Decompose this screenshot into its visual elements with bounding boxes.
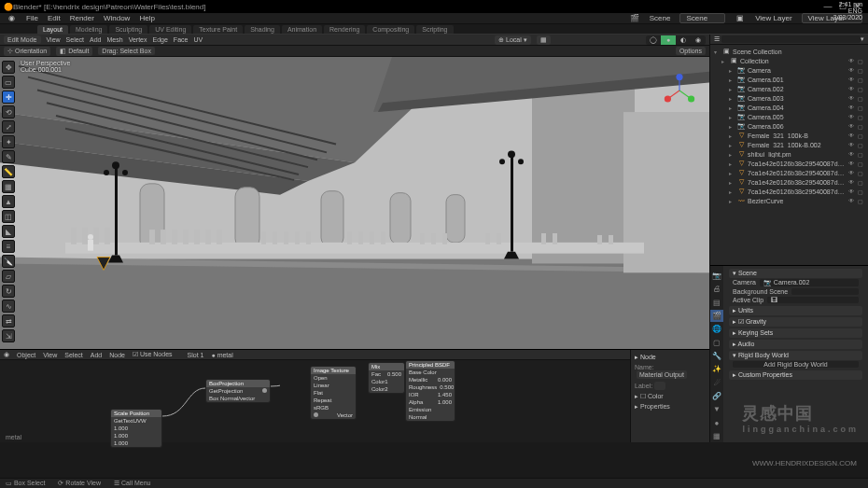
tool-polybuild[interactable]: ▱ [2, 270, 15, 283]
active-clip-field[interactable]: 🎞 [767, 297, 859, 303]
vpmenu-edge[interactable]: Edge [153, 36, 168, 43]
outliner-item-11[interactable]: ▸▽7ca1e42e0126b38c29540087dc1771cfr.R👁▢ [714, 159, 864, 168]
outliner-item-1[interactable]: ▸📷Camera👁▢ [714, 65, 864, 75]
add-rbw-button[interactable]: Add Rigid Body World [733, 361, 859, 368]
vpmenu-vertex[interactable]: Vertex [129, 36, 147, 43]
orientation-dropdown[interactable]: ⊹ Orientation [4, 47, 50, 56]
tab-rendering[interactable]: Rendering [324, 25, 365, 34]
outliner-item-13[interactable]: ▸▽7ca1e42e0126b38c29540087dc1771cfr.R.00… [714, 177, 864, 187]
scene-dropdown[interactable]: Scene [679, 13, 725, 23]
tool-transform[interactable]: ✦ [2, 135, 15, 148]
proptab-output-icon[interactable]: 🖨 [710, 283, 723, 295]
tab-scripting[interactable]: Scripting [416, 25, 453, 34]
node-principled[interactable]: Principled BSDF Base Color Metallic0.000… [405, 360, 455, 422]
tab-shading[interactable]: Shading [245, 25, 280, 34]
outliner[interactable]: ☰ ▾ ▾▣Scene Collection▸▣Collection👁▢▸📷Ca… [710, 35, 868, 265]
outliner-item-15[interactable]: ▸〰BezierCurve👁▢ [714, 196, 864, 205]
filter-icon[interactable]: ▾ [861, 35, 864, 43]
mat-dd[interactable]: ● metal [211, 352, 232, 358]
tool-shrink[interactable]: ⇲ [2, 329, 15, 342]
outliner-root[interactable]: ▾▣Scene Collection [714, 47, 864, 56]
proptab-world-icon[interactable]: 🌐 [710, 323, 723, 335]
outliner-item-0[interactable]: ▸▣Collection👁▢ [714, 56, 864, 65]
outliner-item-2[interactable]: ▸📷Camera.001👁▢ [714, 75, 864, 84]
shade-matprev-icon[interactable]: ◐ [676, 35, 691, 45]
snap-toggle[interactable]: ▦ [537, 35, 551, 45]
proptab-viewlayer-icon[interactable]: ▤ [710, 297, 723, 309]
tab-modeling[interactable]: Modeling [70, 25, 107, 34]
tab-sculpting[interactable]: Sculpting [109, 25, 147, 34]
tool-measure[interactable]: 📏 [2, 165, 15, 178]
shade-solid-icon[interactable]: ● [661, 35, 676, 45]
outliner-item-3[interactable]: ▸📷Camera.002👁▢ [714, 84, 864, 93]
nodemenu-view[interactable]: View [43, 352, 57, 358]
outliner-item-9[interactable]: ▸▽Female_321_100k-B.002👁▢ [714, 140, 864, 149]
outliner-item-12[interactable]: ▸▽7ca1e42e0126b38c29540087dc1771cfr.R.00… [714, 168, 864, 177]
bg-scene-field[interactable] [791, 288, 859, 295]
tool-edgeslide[interactable]: ⇄ [2, 314, 15, 328]
tool-extrude[interactable]: ▲ [2, 195, 15, 208]
outliner-item-4[interactable]: ▸📷Camera.003👁▢ [714, 93, 864, 103]
node-label-field[interactable] [654, 382, 665, 390]
menu-window[interactable]: Window [104, 14, 130, 22]
node-color-panel[interactable]: ▸ ☐ Color [635, 393, 706, 400]
menu-edit[interactable]: Edit [48, 14, 61, 22]
proptab-particles-icon[interactable]: ✨ [710, 363, 723, 375]
mode-dropdown[interactable]: Edit Mode [4, 35, 41, 44]
tab-uvediting[interactable]: UV Editing [149, 25, 191, 34]
vpmenu-face[interactable]: Face [174, 36, 189, 43]
tool-scale[interactable]: ⤢ [2, 120, 15, 133]
node-imgtex[interactable]: Image Texture Open Linear Flat Repeat sR… [310, 366, 357, 420]
tool-inset[interactable]: ◫ [2, 210, 15, 223]
nodemenu-select[interactable]: Select [64, 352, 82, 358]
node-name-field[interactable]: Material Output [637, 370, 687, 379]
outliner-search[interactable] [721, 35, 861, 43]
tool-bevel[interactable]: ◣ [2, 225, 15, 238]
tool-rotate[interactable]: ⟲ [2, 105, 15, 119]
options-dropdown[interactable]: Options [676, 47, 706, 55]
tab-animation[interactable]: Animation [282, 25, 322, 34]
menu-help[interactable]: Help [139, 14, 154, 22]
panel-rbw[interactable]: ▾ Rigid Body World [729, 351, 862, 360]
tool-spin[interactable]: ↻ [2, 285, 15, 298]
viewport-3d[interactable]: ✥ ▭ ✛ ⟲ ⤢ ✦ ✎ 📏 ▦ ▲ ◫ ◣ ≡ 🔪 ▱ ↻ ∿ ⇄ ⇲ [0, 57, 709, 349]
tab-layout[interactable]: Layout [37, 25, 68, 34]
proptab-physics-icon[interactable]: ☄ [710, 377, 723, 389]
tool-move[interactable]: ✛ [2, 91, 15, 104]
outliner-item-10[interactable]: ▸▽shibui_light.pm👁▢ [714, 149, 864, 159]
scene-camera-field[interactable]: 📷 Camera.002 [760, 279, 859, 286]
node-obj-dd[interactable]: Object [17, 352, 35, 358]
scene-panel[interactable]: ▾ Scene [729, 269, 862, 278]
vpmenu-uv[interactable]: UV [193, 36, 203, 43]
proptab-modifier-icon[interactable]: 🔧 [710, 350, 723, 362]
nodemenu-node[interactable]: Node [109, 352, 125, 358]
vpmenu-select[interactable]: Select [66, 36, 84, 43]
outliner-item-7[interactable]: ▸📷Camera.006👁▢ [714, 121, 864, 131]
proptab-scene-icon[interactable]: 🎬 [710, 310, 723, 322]
node-scale[interactable]: Scale Position GetTextUVW 1.000 1.000 1.… [110, 409, 162, 448]
tool-select[interactable]: ▭ [2, 76, 15, 89]
proptab-constraint-icon[interactable]: 🔗 [710, 390, 723, 402]
slot-dd[interactable]: Slot 1 [188, 352, 204, 358]
proptab-render-icon[interactable]: 📷 [710, 270, 723, 282]
vpmenu-view[interactable]: View [47, 36, 61, 43]
menu-file[interactable]: File [26, 14, 38, 22]
outliner-item-5[interactable]: ▸📷Camera.004👁▢ [714, 103, 864, 112]
tool-cursor[interactable]: ✥ [2, 61, 15, 74]
shade-render-icon[interactable]: ◉ [691, 35, 706, 45]
tool-annotate[interactable]: ✎ [2, 150, 15, 163]
vpmenu-add[interactable]: Add [90, 36, 101, 43]
tab-compositing[interactable]: Compositing [367, 25, 414, 34]
panel-audio[interactable]: ▸ Audio [729, 340, 862, 349]
panel-gravity[interactable]: ▸ ☑ Gravity [729, 317, 862, 327]
panel-units[interactable]: ▸ Units [729, 306, 862, 315]
default-dropdown[interactable]: ◧ Default [56, 47, 92, 56]
proptab-data-icon[interactable]: ▼ [710, 403, 723, 415]
use-nodes-toggle[interactable]: ☑ Use Nodes [133, 351, 173, 358]
node-mix[interactable]: Mix Fac0.500 Color1 Color2 [368, 362, 405, 394]
nodemenu-add[interactable]: Add [91, 352, 102, 358]
panel-custom[interactable]: ▸ Custom Properties [729, 370, 862, 380]
tab-texturepaint[interactable]: Texture Paint [193, 25, 243, 34]
drag-dropdown[interactable]: Drag: Select Box [98, 47, 155, 55]
outliner-item-14[interactable]: ▸▽7ca1e42e0126b38c29540087dc1771cfr.R.00… [714, 187, 864, 196]
